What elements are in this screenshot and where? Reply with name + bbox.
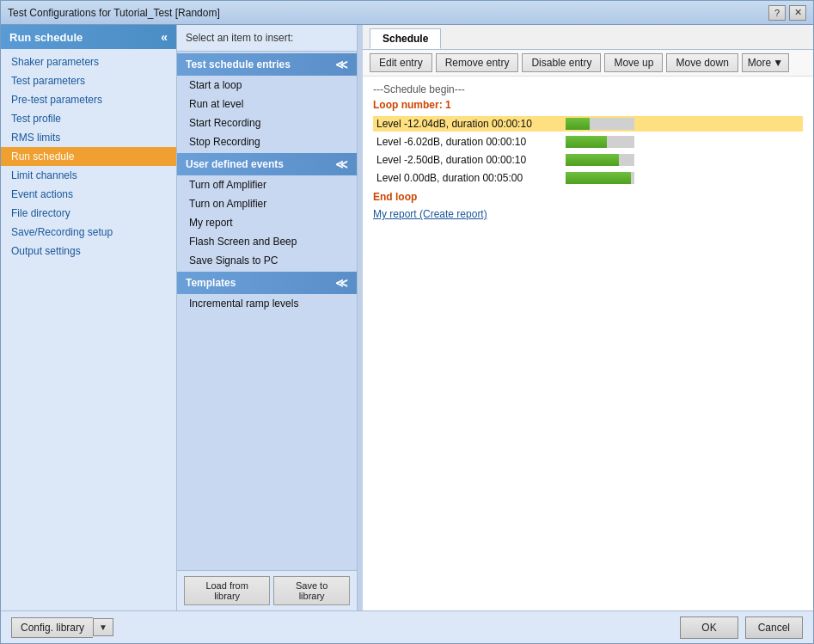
save-to-library-button[interactable]: Save to library [273, 576, 350, 605]
entry-bar-container [566, 118, 634, 130]
entry-label: Level 0.00dB, duration 00:05:00 [376, 172, 566, 184]
section-collapse-icon[interactable]: ≪ [335, 157, 348, 171]
sidebar-item-test-profile[interactable]: Test profile [1, 109, 176, 128]
load-from-library-button[interactable]: Load from library [184, 576, 270, 605]
schedule-entry[interactable]: Level -2.50dB, duration 00:00:10 [373, 152, 803, 168]
sidebar-item-run-schedule[interactable]: Run schedule [1, 147, 176, 166]
sidebar-title: Run schedule [9, 31, 83, 44]
section-item-flash-screen-and-beep[interactable]: Flash Screen and Beep [177, 232, 357, 251]
loop-number: Loop number: 1 [373, 99, 803, 111]
section-item-start-a-loop[interactable]: Start a loop [177, 76, 357, 95]
more-button[interactable]: More ▼ [742, 53, 789, 72]
entry-label: Level -6.02dB, duration 00:00:10 [376, 136, 566, 148]
bottom-bar: Config. library ▼ OK Cancel [1, 610, 813, 643]
config-library-dropdown[interactable]: ▼ [93, 618, 113, 636]
toolbar: Edit entry Remove entry Disable entry Mo… [363, 50, 813, 77]
section-item-run-at-level[interactable]: Run at level [177, 95, 357, 113]
sidebar-header: Run schedule « [1, 25, 176, 49]
more-label: More [748, 57, 771, 69]
window-title: Test Configurations for Tutorial_Test [R… [8, 7, 220, 19]
config-library-control: Config. library ▼ [11, 617, 113, 638]
schedule-entry[interactable]: Level 0.00dB, duration 00:05:00 [373, 170, 803, 186]
entry-bar-container [566, 154, 634, 166]
section-header-user-defined-events: User defined events≪ [177, 153, 357, 175]
sidebar-item-event-actions[interactable]: Event actions [1, 185, 176, 204]
schedule-entry[interactable]: Level -6.02dB, duration 00:00:10 [373, 134, 803, 150]
schedule-begin-text: ---Schedule begin--- [373, 83, 803, 95]
entry-bar [566, 172, 631, 184]
sidebar-item-pre-test-parameters[interactable]: Pre-test parameters [1, 90, 176, 109]
sidebar-collapse-button[interactable]: « [161, 30, 168, 44]
section-item-start-recording[interactable]: Start Recording [177, 113, 357, 132]
section-item-stop-recording[interactable]: Stop Recording [177, 132, 357, 151]
move-up-button[interactable]: Move up [604, 53, 663, 72]
entry-label: Level -2.50dB, duration 00:00:10 [376, 154, 566, 166]
sidebar-item-save-recording-setup[interactable]: Save/Recording setup [1, 223, 176, 242]
more-arrow-icon: ▼ [773, 57, 783, 69]
end-loop-text: End loop [373, 191, 803, 203]
report-link[interactable]: My report (Create report) [373, 208, 803, 220]
title-buttons: ? ✕ [768, 5, 806, 21]
entry-bar-container [566, 136, 634, 148]
ok-button[interactable]: OK [680, 616, 737, 639]
middle-panel: Select an item to insert: Test schedule … [177, 25, 358, 610]
main-window: Test Configurations for Tutorial_Test [R… [0, 0, 814, 644]
remove-entry-button[interactable]: Remove entry [436, 53, 519, 72]
close-button[interactable]: ✕ [789, 5, 806, 21]
middle-header: Select an item to insert: [177, 25, 357, 52]
section-item-incremental-ramp-levels[interactable]: Incremental ramp levels [177, 294, 357, 313]
cancel-button[interactable]: Cancel [745, 616, 803, 639]
entry-bar-container [566, 172, 634, 184]
sidebar-item-test-parameters[interactable]: Test parameters [1, 71, 176, 90]
schedule-tab[interactable]: Schedule [370, 28, 441, 49]
section-item-turn-off-amplifier[interactable]: Turn off Amplifier [177, 175, 357, 194]
middle-footer: Load from library Save to library [177, 570, 357, 610]
entry-bar [566, 154, 619, 166]
section-collapse-icon[interactable]: ≪ [335, 276, 348, 290]
section-header-test-schedule-entries: Test schedule entries≪ [177, 53, 357, 76]
sidebar-item-file-directory[interactable]: File directory [1, 204, 176, 223]
section-header-templates: Templates≪ [177, 272, 357, 294]
schedule-content: ---Schedule begin--- Loop number: 1 Leve… [363, 77, 813, 610]
sidebar-item-rms-limits[interactable]: RMS limits [1, 128, 176, 147]
bottom-right-buttons: OK Cancel [680, 616, 803, 639]
sidebar-item-limit-channels[interactable]: Limit channels [1, 166, 176, 185]
section-item-my-report[interactable]: My report [177, 213, 357, 232]
section-collapse-icon[interactable]: ≪ [335, 58, 348, 71]
right-panel: Schedule Edit entry Remove entry Disable… [363, 25, 813, 610]
entry-label: Level -12.04dB, duration 00:00:10 [376, 118, 566, 130]
section-item-turn-on-amplifier[interactable]: Turn on Amplifier [177, 194, 357, 213]
sidebar-items: Shaker parametersTest parametersPre-test… [1, 49, 176, 610]
edit-entry-button[interactable]: Edit entry [370, 53, 432, 72]
schedule-entries: Level -12.04dB, duration 00:00:10Level -… [373, 116, 803, 186]
disable-entry-button[interactable]: Disable entry [522, 53, 601, 72]
move-down-button[interactable]: Move down [666, 53, 737, 72]
entry-bar [566, 136, 607, 148]
entry-bar [566, 118, 590, 130]
sidebar-item-output-settings[interactable]: Output settings [1, 242, 176, 261]
sidebar-item-shaker-parameters[interactable]: Shaker parameters [1, 52, 176, 71]
schedule-entry[interactable]: Level -12.04dB, duration 00:00:10 [373, 116, 803, 132]
title-bar: Test Configurations for Tutorial_Test [R… [1, 1, 813, 25]
help-button[interactable]: ? [768, 5, 786, 21]
sidebar: Run schedule « Shaker parametersTest par… [1, 25, 177, 610]
right-tabs: Schedule [363, 25, 813, 50]
config-library-button[interactable]: Config. library [11, 617, 93, 638]
section-item-save-signals-to-pc[interactable]: Save Signals to PC [177, 251, 357, 270]
middle-body: Test schedule entries≪Start a loopRun at… [177, 52, 357, 570]
main-content: Run schedule « Shaker parametersTest par… [1, 25, 813, 610]
